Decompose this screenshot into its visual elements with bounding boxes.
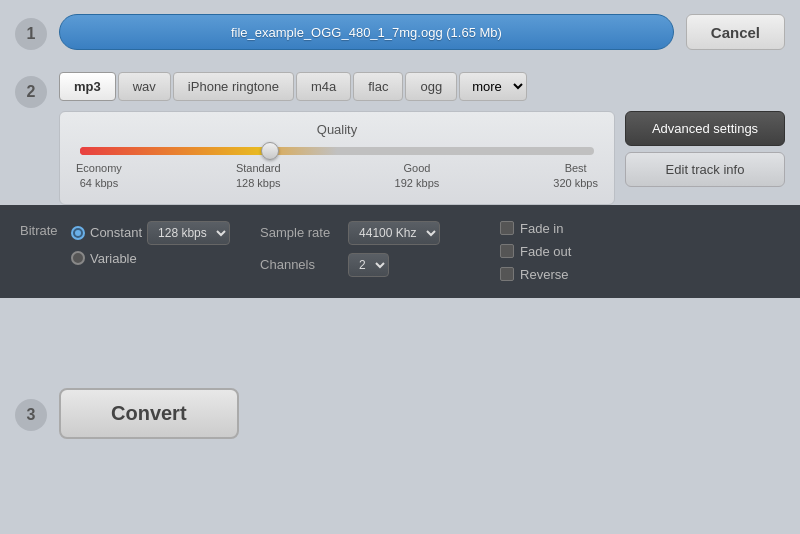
quality-labels: Economy 64 kbps Standard 128 kbps Good 1… <box>76 161 598 192</box>
format-tabs: mp3 wav iPhone ringtone m4a flac ogg mor… <box>59 72 785 101</box>
side-buttons: Advanced settings Edit track info <box>625 111 785 205</box>
reverse-row[interactable]: Reverse <box>500 267 571 282</box>
variable-radio-dot <box>71 251 85 265</box>
channels-select[interactable]: 2 1 <box>348 253 389 277</box>
bitrate-options: Constant 128 kbps 64 kbps 192 kbps 320 k… <box>71 221 230 266</box>
advanced-settings-button[interactable]: Advanced settings <box>625 111 785 146</box>
quality-good: Good 192 kbps <box>395 161 440 192</box>
constant-radio[interactable]: Constant 128 kbps 64 kbps 192 kbps 320 k… <box>71 221 230 245</box>
more-select[interactable]: more <box>459 72 527 101</box>
fade-in-checkbox[interactable] <box>500 221 514 235</box>
empty-area <box>0 298 800 378</box>
quality-best: Best 320 kbps <box>553 161 598 192</box>
effects-group: Fade in Fade out Reverse <box>500 221 571 282</box>
fade-in-label: Fade in <box>520 221 563 236</box>
tab-ogg[interactable]: ogg <box>405 72 457 101</box>
sample-rate-label: Sample rate <box>260 225 340 240</box>
channels-label: Channels <box>260 257 340 272</box>
edit-track-button[interactable]: Edit track info <box>625 152 785 187</box>
tab-wav[interactable]: wav <box>118 72 171 101</box>
reverse-label: Reverse <box>520 267 568 282</box>
step2-main: Quality Economy 64 kbps Standard 128 kbp… <box>59 111 785 205</box>
fade-out-row[interactable]: Fade out <box>500 244 571 259</box>
step3-number: 3 <box>15 399 47 431</box>
advanced-inner: Bitrate Constant 128 kbps 64 kbps 192 kb… <box>20 221 780 282</box>
slider-fill <box>80 147 270 155</box>
variable-radio[interactable]: Variable <box>71 251 230 266</box>
tab-flac[interactable]: flac <box>353 72 403 101</box>
quality-panel: Quality Economy 64 kbps Standard 128 kbp… <box>59 111 615 205</box>
tab-mp3[interactable]: mp3 <box>59 72 116 101</box>
convert-button[interactable]: Convert <box>59 388 239 439</box>
tab-iphone-ringtone[interactable]: iPhone ringtone <box>173 72 294 101</box>
quality-slider-container <box>76 147 598 155</box>
cancel-button[interactable]: Cancel <box>686 14 785 50</box>
quality-title: Quality <box>76 122 598 137</box>
channels-row: Channels 2 1 <box>260 253 440 277</box>
sample-rate-row: Sample rate 44100 Khz 22050 Khz 48000 Kh… <box>260 221 440 245</box>
sample-channels-group: Sample rate 44100 Khz 22050 Khz 48000 Kh… <box>260 221 440 277</box>
quality-slider-track <box>80 147 594 155</box>
step2-number: 2 <box>15 76 47 108</box>
sample-rate-select[interactable]: 44100 Khz 22050 Khz 48000 Khz <box>348 221 440 245</box>
step2-content: mp3 wav iPhone ringtone m4a flac ogg mor… <box>59 72 785 205</box>
reverse-checkbox[interactable] <box>500 267 514 281</box>
fade-out-checkbox[interactable] <box>500 244 514 258</box>
step3-row: 3 Convert <box>0 378 800 449</box>
filename-text: file_example_OGG_480_1_7mg.ogg (1.65 Mb) <box>231 25 502 40</box>
bitrate-select[interactable]: 128 kbps 64 kbps 192 kbps 320 kbps <box>147 221 230 245</box>
bitrate-section: Bitrate Constant 128 kbps 64 kbps 192 kb… <box>20 221 230 266</box>
advanced-panel: Bitrate Constant 128 kbps 64 kbps 192 kb… <box>0 205 800 298</box>
slider-thumb[interactable] <box>261 142 279 160</box>
fade-out-label: Fade out <box>520 244 571 259</box>
constant-radio-dot <box>71 226 85 240</box>
bitrate-label: Bitrate <box>20 221 65 238</box>
step1-row: 1 file_example_OGG_480_1_7mg.ogg (1.65 M… <box>0 0 800 64</box>
file-bar: file_example_OGG_480_1_7mg.ogg (1.65 Mb) <box>59 14 674 50</box>
step2-row: 2 mp3 wav iPhone ringtone m4a flac ogg m… <box>0 64 800 205</box>
step1-number: 1 <box>15 18 47 50</box>
fade-in-row[interactable]: Fade in <box>500 221 571 236</box>
variable-label: Variable <box>90 251 137 266</box>
tab-m4a[interactable]: m4a <box>296 72 351 101</box>
quality-standard: Standard 128 kbps <box>236 161 281 192</box>
constant-label: Constant <box>90 225 142 240</box>
quality-economy: Economy 64 kbps <box>76 161 122 192</box>
